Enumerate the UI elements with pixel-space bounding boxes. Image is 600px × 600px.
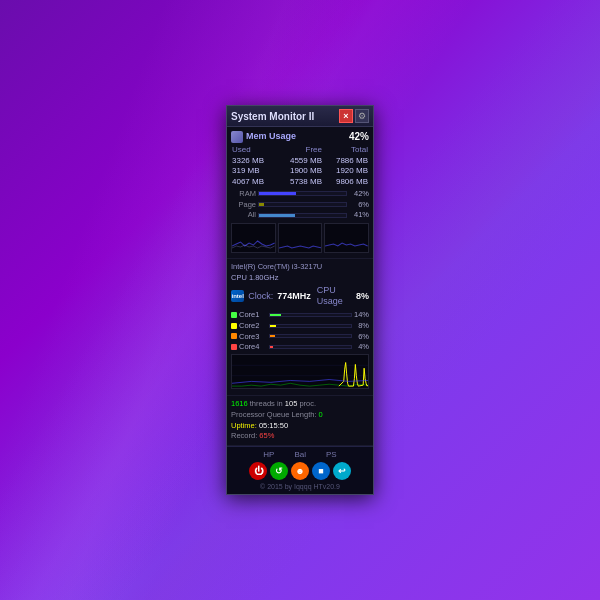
- core-bar-fill: [270, 346, 273, 348]
- svg-rect-1: [279, 224, 322, 252]
- core-dot: [231, 344, 237, 350]
- record-label: Record:: [231, 431, 257, 440]
- ps-label: PS: [326, 450, 337, 460]
- threads-line: 1616 threads in 105 proc.: [231, 399, 369, 409]
- mem-total-2: 1920 MB: [323, 166, 369, 176]
- procs-label: proc.: [299, 399, 316, 408]
- cpu-graph: [231, 354, 369, 389]
- bal-label: Bal: [294, 450, 306, 460]
- icon-row: ⏻ ↺ ☻ ■ ↩: [231, 462, 369, 480]
- core-pct: 14%: [354, 310, 369, 320]
- clock-label: Clock:: [248, 291, 273, 303]
- core-dot: [231, 333, 237, 339]
- title-bar: System Monitor II × ⚙: [227, 106, 373, 127]
- mem-free-1: 4559 MB: [277, 156, 323, 166]
- close-button[interactable]: ×: [339, 109, 353, 123]
- mem-header: Mem Usage 42%: [231, 130, 369, 143]
- core-row: Core1 14%: [231, 310, 369, 320]
- mem-table: Used Free Total 3326 MB 4559 MB 7886 MB …: [231, 145, 369, 187]
- core-bar-fill: [270, 325, 276, 327]
- clock-val: 774MHz: [277, 291, 311, 303]
- bar-pct: 42%: [349, 189, 369, 199]
- bar-pct: 6%: [349, 200, 369, 210]
- mem-total-3: 9806 MB: [323, 177, 369, 187]
- bal-ps-row: HP Bal PS: [231, 450, 369, 460]
- core-bar-track: [269, 313, 352, 317]
- mem-bar-row: All 41%: [231, 210, 369, 220]
- queue-line: Processor Queue Length: 0: [231, 410, 369, 420]
- col-used: Used: [231, 145, 277, 155]
- bar-label: Page: [231, 200, 256, 210]
- core-pct: 4%: [354, 342, 369, 352]
- mini-graph-3: [324, 223, 369, 253]
- bar-track: [258, 191, 347, 196]
- bar-label: All: [231, 210, 256, 220]
- stop-button[interactable]: ■: [312, 462, 330, 480]
- copyright: © 2015 by Iqqqq HTv20.9: [231, 482, 369, 491]
- col-total: Total: [323, 145, 369, 155]
- stats-section: 1616 threads in 105 proc. Processor Queu…: [227, 396, 373, 446]
- system-monitor-widget: System Monitor II × ⚙ Mem Usage 42% Used…: [226, 105, 374, 494]
- mem-bar-row: RAM 42%: [231, 189, 369, 199]
- core-row: Core2 8%: [231, 321, 369, 331]
- mini-graph-1: [231, 223, 276, 253]
- record-val: 65%: [259, 431, 274, 440]
- cpu-usage-val: 8%: [356, 291, 369, 303]
- threads-label: threads in: [250, 399, 283, 408]
- core-dot: [231, 323, 237, 329]
- widget-title: System Monitor II: [231, 110, 314, 123]
- mem-total-1: 7886 MB: [323, 156, 369, 166]
- core-bar-fill: [270, 314, 281, 316]
- record-line: Record: 65%: [231, 431, 369, 441]
- bar-fill: [259, 203, 264, 206]
- uptime-val: 05:15:50: [259, 421, 288, 430]
- mem-bar-row: Page 6%: [231, 200, 369, 210]
- bar-fill: [259, 192, 296, 195]
- mem-used-1: 3326 MB: [231, 156, 277, 166]
- mem-used-3: 4067 MB: [231, 177, 277, 187]
- bar-track: [258, 202, 347, 207]
- back-button[interactable]: ↩: [333, 462, 351, 480]
- hp-label: HP: [263, 450, 274, 460]
- core-name: Core4: [239, 342, 267, 352]
- core-bar-fill: [270, 335, 275, 337]
- cpu-usage-label: CPU Usage: [317, 285, 352, 308]
- mem-icon: [231, 131, 243, 143]
- cpu-name: Intel(R) Core(TM) i3-3217U: [231, 262, 369, 272]
- queue-val: 0: [319, 410, 323, 419]
- mini-graphs: [231, 223, 369, 253]
- title-buttons: × ⚙: [339, 109, 369, 123]
- mem-label: Mem Usage: [246, 131, 296, 143]
- uptime-line: Uptime: 05:15:50: [231, 421, 369, 431]
- bar-label: RAM: [231, 189, 256, 199]
- bar-fill: [259, 214, 295, 217]
- queue-label: Processor Queue Length:: [231, 410, 316, 419]
- clock-row: intel Clock: 774MHz CPU Usage 8%: [231, 285, 369, 308]
- core-dot: [231, 312, 237, 318]
- bottom-bar: HP Bal PS ⏻ ↺ ☻ ■ ↩ © 2015 by Iqqqq HTv2…: [227, 446, 373, 493]
- svg-rect-2: [325, 224, 368, 252]
- mem-bars: RAM 42% Page 6% All 41%: [231, 189, 369, 220]
- cpu-section: Intel(R) Core(TM) i3-3217U CPU 1.80GHz i…: [227, 259, 373, 396]
- refresh-button[interactable]: ↺: [270, 462, 288, 480]
- mem-free-2: 1900 MB: [277, 166, 323, 176]
- core-name: Core2: [239, 321, 267, 331]
- settings-button[interactable]: ⚙: [355, 109, 369, 123]
- core-row: Core4 4%: [231, 342, 369, 352]
- mem-free-3: 5738 MB: [277, 177, 323, 187]
- uptime-label: Uptime:: [231, 421, 257, 430]
- bar-track: [258, 213, 347, 218]
- core-name: Core1: [239, 310, 267, 320]
- power-button[interactable]: ⏻: [249, 462, 267, 480]
- threads-val: 1616: [231, 399, 248, 408]
- bar-pct: 41%: [349, 210, 369, 220]
- core-bar-track: [269, 324, 352, 328]
- core-name: Core3: [239, 332, 267, 342]
- mini-graph-2: [278, 223, 323, 253]
- mem-percent: 42%: [349, 130, 369, 143]
- col-free: Free: [277, 145, 323, 155]
- info-button[interactable]: ☻: [291, 462, 309, 480]
- core-row: Core3 6%: [231, 332, 369, 342]
- mem-used-2: 319 MB: [231, 166, 277, 176]
- intel-badge: intel: [231, 290, 244, 302]
